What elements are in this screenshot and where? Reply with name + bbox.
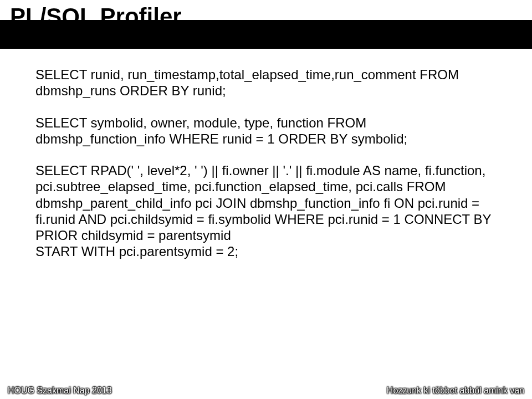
footer-left: HOUG Szakmai Nap 2013 [8, 386, 112, 396]
body-content: SELECT runid, run_timestamp,total_elapse… [35, 66, 497, 275]
slide-title: PL/SQL Profiler [10, 3, 182, 30]
sql-paragraph-1: SELECT runid, run_timestamp,total_elapse… [35, 66, 497, 99]
footer-right: Hozzunk ki többet abból amink van [387, 386, 524, 396]
sql-paragraph-2: SELECT symbolid, owner, module, type, fu… [35, 115, 497, 147]
slide: PL/SQL Profiler SELECT runid, run_timest… [0, 0, 532, 399]
sql-paragraph-3: SELECT RPAD(' ', level*2, ' ') || fi.own… [35, 162, 497, 260]
